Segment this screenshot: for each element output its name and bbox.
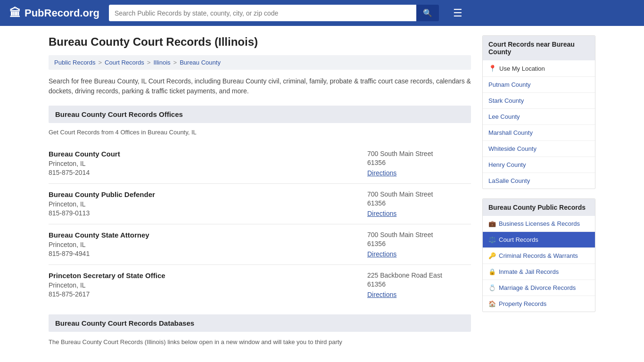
office-street: 700 South Main Street — [367, 150, 471, 157]
directions-link[interactable]: Directions — [367, 250, 396, 258]
sidebar-item-criminal-records[interactable]: 🔑 Criminal Records & Warrants — [483, 248, 595, 264]
office-name: Princeton Secretary of State Office — [49, 272, 367, 280]
office-city: Princeton, IL — [49, 241, 367, 248]
office-street: 225 Backbone Road East — [367, 272, 471, 279]
sidebar-item-label: Inmate & Jail Records — [499, 268, 559, 275]
office-city: Princeton, IL — [49, 200, 367, 208]
sidebar-item-label: Court Records — [499, 236, 538, 243]
breadcrumb-sep-1: > — [98, 59, 102, 66]
databases-section: Bureau County Court Records Databases Th… — [49, 314, 471, 347]
page-description: Search for free Bureau County, IL Court … — [49, 76, 471, 96]
use-location-label: Use My Location — [499, 65, 545, 72]
logo-icon: 🏛 — [9, 7, 21, 20]
office-entry: Bureau County State Attorney Princeton, … — [49, 224, 471, 265]
sidebar-item-label: Business Licenses & Records — [499, 220, 580, 227]
office-name: Bureau County Public Defender — [49, 190, 367, 198]
sidebar-item-putnam[interactable]: Putnam County — [483, 77, 595, 93]
databases-section-header: Bureau County Court Records Databases — [49, 314, 471, 332]
sidebar-use-location[interactable]: 📍 Use My Location — [483, 60, 595, 77]
office-entry: Bureau County Court Princeton, IL 815-87… — [49, 143, 471, 184]
breadcrumb-sep-3: > — [173, 59, 177, 66]
office-phone: 815-879-4941 — [49, 250, 367, 257]
sidebar-nearby-header: Court Records near Bureau County — [483, 36, 595, 60]
sidebar-item-label: Property Records — [499, 300, 546, 307]
location-pin-icon: 📍 — [488, 65, 496, 72]
search-area: 🔍 — [109, 5, 439, 21]
sidebar-public-records-header: Bureau County Public Records — [483, 199, 595, 216]
main-container: Bureau County Court Records (Illinois) P… — [39, 26, 605, 356]
sidebar-item-stark[interactable]: Stark County — [483, 93, 595, 109]
office-entry: Princeton Secretary of State Office Prin… — [49, 265, 471, 305]
directions-link[interactable]: Directions — [367, 169, 396, 177]
office-left: Bureau County State Attorney Princeton, … — [49, 231, 367, 258]
directions-link[interactable]: Directions — [367, 291, 396, 298]
key-icon: 🔑 — [488, 252, 496, 259]
offices-count: Get Court Records from 4 Offices in Bure… — [49, 129, 471, 136]
logo-text: PubRecord.org — [25, 7, 99, 19]
sidebar-item-property-records[interactable]: 🏠 Property Records — [483, 296, 595, 312]
menu-button[interactable]: ☰ — [453, 8, 462, 18]
office-right: 700 South Main Street 61356 Directions — [367, 150, 471, 177]
sidebar-item-lasalle[interactable]: LaSalle County — [483, 173, 595, 189]
offices-section-header: Bureau County Court Records Offices — [49, 106, 471, 123]
sidebar-item-lee[interactable]: Lee County — [483, 109, 595, 125]
breadcrumb-link-illinois[interactable]: Illinois — [153, 59, 170, 66]
office-entry: Bureau County Public Defender Princeton,… — [49, 184, 471, 224]
office-phone: 815-879-0113 — [49, 209, 367, 217]
page-title: Bureau County Court Records (Illinois) — [49, 35, 471, 49]
breadcrumb-link-court-records[interactable]: Court Records — [105, 59, 144, 66]
sidebar-nearby-box: Court Records near Bureau County 📍 Use M… — [482, 35, 595, 189]
office-zip: 61356 — [367, 280, 471, 288]
scale-icon: ⚖️ — [488, 236, 496, 243]
sidebar-item-marriage-records[interactable]: 💍 Marriage & Divorce Records — [483, 280, 595, 296]
office-zip: 61356 — [367, 199, 471, 207]
office-zip: 61356 — [367, 240, 471, 247]
office-left: Princeton Secretary of State Office Prin… — [49, 272, 367, 298]
search-input[interactable] — [109, 5, 416, 21]
sidebar-item-inmate-records[interactable]: 🔒 Inmate & Jail Records — [483, 264, 595, 280]
site-logo[interactable]: 🏛 PubRecord.org — [9, 7, 99, 20]
house-icon: 🏠 — [488, 300, 496, 307]
sidebar-item-business-licenses[interactable]: 💼 Business Licenses & Records — [483, 216, 595, 232]
office-name: Bureau County State Attorney — [49, 231, 367, 239]
breadcrumb-sep-2: > — [147, 59, 151, 66]
breadcrumb: Public Records > Court Records > Illinoi… — [49, 55, 471, 70]
office-right: 700 South Main Street 61356 Directions — [367, 231, 471, 258]
office-name: Bureau County Court — [49, 150, 367, 158]
directions-link[interactable]: Directions — [367, 210, 396, 217]
office-phone: 815-875-2617 — [49, 290, 367, 298]
content-area: Bureau County Court Records (Illinois) P… — [49, 35, 471, 347]
sidebar-item-label: Criminal Records & Warrants — [499, 252, 578, 259]
office-left: Bureau County Public Defender Princeton,… — [49, 190, 367, 217]
offices-section: Bureau County Court Records Offices Get … — [49, 106, 471, 305]
briefcase-icon: 💼 — [488, 220, 496, 227]
office-city: Princeton, IL — [49, 281, 367, 289]
office-phone: 815-875-2014 — [49, 169, 367, 176]
office-right: 700 South Main Street 61356 Directions — [367, 190, 471, 217]
site-header: 🏛 PubRecord.org 🔍 ☰ — [0, 0, 644, 26]
breadcrumb-link-bureau-county[interactable]: Bureau County — [180, 59, 221, 66]
sidebar-item-marshall[interactable]: Marshall County — [483, 125, 595, 141]
sidebar-public-records-box: Bureau County Public Records 💼 Business … — [482, 198, 595, 312]
office-right: 225 Backbone Road East 61356 Directions — [367, 272, 471, 298]
office-street: 700 South Main Street — [367, 190, 471, 198]
sidebar-item-court-records[interactable]: ⚖️ Court Records — [483, 232, 595, 248]
office-street: 700 South Main Street — [367, 231, 471, 239]
databases-description: The Bureau County Court Records (Illinoi… — [49, 337, 471, 347]
breadcrumb-link-public-records[interactable]: Public Records — [54, 59, 95, 66]
office-zip: 61356 — [367, 159, 471, 166]
office-left: Bureau County Court Princeton, IL 815-87… — [49, 150, 367, 177]
search-button[interactable]: 🔍 — [416, 5, 439, 21]
sidebar: Court Records near Bureau County 📍 Use M… — [482, 35, 595, 347]
lock-icon: 🔒 — [488, 268, 496, 275]
rings-icon: 💍 — [488, 284, 496, 291]
sidebar-item-whiteside[interactable]: Whiteside County — [483, 141, 595, 157]
office-city: Princeton, IL — [49, 160, 367, 167]
sidebar-item-henry[interactable]: Henry County — [483, 157, 595, 173]
sidebar-item-label: Marriage & Divorce Records — [499, 284, 576, 291]
